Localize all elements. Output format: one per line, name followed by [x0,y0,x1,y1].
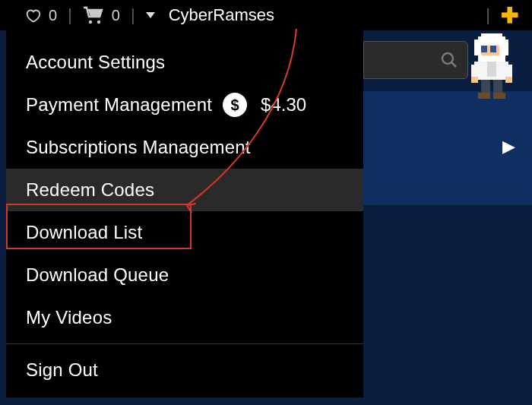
plus-button[interactable]: ✚ [501,3,518,28]
search-icon [440,51,458,69]
plus-icon: ✚ [501,3,518,28]
heart-icon [24,7,41,24]
menu-item-label: Subscriptions Management [26,137,251,158]
menu-item-download-list[interactable]: Download List [6,211,363,254]
cart-count: 0 [112,7,120,24]
svg-point-2 [442,53,453,64]
menu-item-download-queue[interactable]: Download Queue [6,254,363,296]
svg-rect-16 [471,77,477,83]
svg-rect-9 [481,46,487,52]
svg-rect-7 [474,46,480,55]
menu-item-label: Account Settings [26,52,165,73]
wishlist-count: 0 [49,7,57,24]
username-label: CyberRamses [169,5,274,25]
menu-item-label: Sign Out [26,359,98,381]
wishlist-button[interactable]: 0 [24,7,57,24]
cart-button[interactable]: 0 [83,6,120,24]
svg-rect-4 [478,36,506,40]
svg-rect-17 [505,77,511,83]
dollar-icon: $ [223,93,247,117]
menu-item-label: Redeem Codes [26,179,154,201]
caret-down-icon [146,12,155,18]
svg-point-1 [97,21,100,24]
balance-amount: $4.30 [261,94,306,115]
user-dropdown-menu: Account Settings Payment Management $ $4… [6,30,363,397]
menu-item-redeem-codes[interactable]: Redeem Codes [6,169,363,211]
svg-point-0 [89,21,92,24]
chevron-right-icon[interactable]: ▶ [502,137,515,157]
content-band: ▶ [363,91,532,205]
svg-rect-10 [490,46,496,52]
user-menu-trigger[interactable]: CyberRamses [146,5,274,25]
divider: | [486,5,490,25]
svg-rect-11 [478,55,506,62]
svg-rect-18 [481,80,490,92]
pixel-avatar [471,33,515,102]
menu-item-subscriptions[interactable]: Subscriptions Management [6,126,363,169]
svg-rect-3 [481,33,503,36]
svg-rect-5 [474,40,508,46]
menu-item-label: Payment Management [26,94,212,115]
svg-rect-21 [493,93,505,99]
svg-rect-15 [508,65,511,77]
svg-rect-8 [499,46,508,55]
menu-item-label: Download Queue [26,264,169,286]
menu-item-my-videos[interactable]: My Videos [6,296,363,339]
svg-rect-13 [487,62,496,77]
search-field[interactable] [363,41,468,79]
divider: | [131,5,135,25]
menu-divider [6,343,363,344]
menu-item-payment-management[interactable]: Payment Management $ $4.30 [6,84,363,126]
menu-item-label: My Videos [26,307,112,328]
divider: | [68,5,72,25]
svg-rect-14 [471,65,477,77]
menu-item-account-settings[interactable]: Account Settings [6,41,363,84]
svg-rect-19 [493,80,502,92]
menu-item-sign-out[interactable]: Sign Out [6,349,363,391]
top-bar: 0 | 0 | CyberRamses | ✚ [0,0,532,30]
menu-item-label: Download List [26,222,142,243]
svg-rect-20 [478,93,490,99]
cart-icon [83,6,104,24]
